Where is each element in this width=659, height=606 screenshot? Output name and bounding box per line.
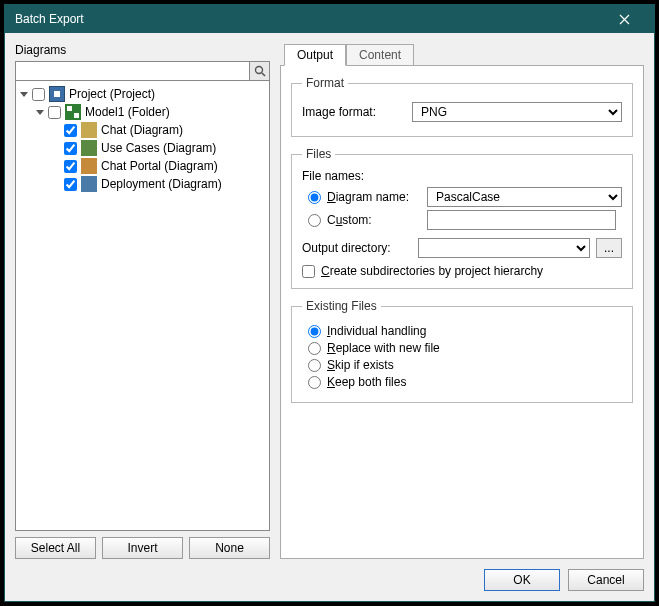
diagram-tree[interactable]: Project (Project) Model1 (Folder) Chat (…	[15, 81, 270, 531]
node-label: Chat (Diagram)	[101, 123, 183, 137]
individual-label: Individual handling	[327, 324, 426, 338]
diagram-name-label: Diagram name:	[327, 190, 427, 204]
create-subdirs-checkbox[interactable]	[302, 265, 315, 278]
diagrams-label: Diagrams	[15, 43, 270, 57]
search-icon	[254, 65, 266, 77]
node-label: Use Cases (Diagram)	[101, 141, 216, 155]
radio-keep[interactable]	[308, 376, 321, 389]
output-tab-body: Format Image format: PNG Files File name…	[280, 65, 644, 559]
settings-panel: Output Content Format Image format: PNG	[280, 43, 644, 559]
close-button[interactable]	[604, 5, 644, 33]
node-label: Deployment (Diagram)	[101, 177, 222, 191]
selection-buttons: Select All Invert None	[15, 537, 270, 559]
image-format-label: Image format:	[302, 105, 412, 119]
tab-strip: Output Content	[280, 43, 644, 65]
dialog-body: Diagrams Project (Project)	[5, 33, 654, 569]
tree-node-diagram[interactable]: Chat Portal (Diagram)	[18, 157, 267, 175]
expand-icon[interactable]	[18, 88, 30, 100]
node-label: Project (Project)	[69, 87, 155, 101]
diagram-name-select[interactable]: PascalCase	[427, 187, 622, 207]
format-group: Format Image format: PNG	[291, 76, 633, 137]
checkbox[interactable]	[32, 88, 45, 101]
file-names-label: File names:	[302, 169, 622, 183]
checkbox[interactable]	[48, 106, 61, 119]
node-label: Model1 (Folder)	[85, 105, 170, 119]
output-dir-select[interactable]	[418, 238, 590, 258]
checkbox[interactable]	[64, 160, 77, 173]
search-button[interactable]	[250, 61, 270, 81]
expand-icon[interactable]	[34, 106, 46, 118]
window-title: Batch Export	[15, 12, 604, 26]
diagram-icon	[81, 158, 97, 174]
tree-node-diagram[interactable]: Deployment (Diagram)	[18, 175, 267, 193]
custom-input[interactable]	[427, 210, 616, 230]
existing-legend: Existing Files	[302, 299, 381, 313]
custom-label: Custom:	[327, 213, 427, 227]
output-dir-label: Output directory:	[302, 241, 412, 255]
image-format-select[interactable]: PNG	[412, 102, 622, 122]
svg-point-0	[255, 67, 262, 74]
checkbox[interactable]	[64, 124, 77, 137]
invert-button[interactable]: Invert	[102, 537, 183, 559]
existing-files-group: Existing Files Individual handling Repla…	[291, 299, 633, 403]
skip-label: Skip if exists	[327, 358, 394, 372]
dialog-footer: OK Cancel	[5, 569, 654, 601]
keep-label: Keep both files	[327, 375, 406, 389]
diagram-icon	[81, 140, 97, 156]
create-subdirs-label: Create subdirectories by project hierarc…	[321, 264, 543, 278]
tree-node-project[interactable]: Project (Project)	[18, 85, 267, 103]
files-legend: Files	[302, 147, 335, 161]
checkbox[interactable]	[64, 142, 77, 155]
folder-icon	[65, 104, 81, 120]
search-input[interactable]	[15, 61, 250, 81]
format-legend: Format	[302, 76, 348, 90]
tab-content[interactable]: Content	[346, 44, 414, 66]
radio-skip[interactable]	[308, 359, 321, 372]
cancel-button[interactable]: Cancel	[568, 569, 644, 591]
dialog-window: Batch Export Diagrams Project (Project)	[4, 4, 655, 602]
replace-label: Replace with new file	[327, 341, 440, 355]
svg-line-1	[262, 73, 265, 76]
radio-diagram-name[interactable]	[308, 191, 321, 204]
title-bar: Batch Export	[5, 5, 654, 33]
tree-node-diagram[interactable]: Use Cases (Diagram)	[18, 139, 267, 157]
none-button[interactable]: None	[189, 537, 270, 559]
tab-output[interactable]: Output	[284, 44, 346, 66]
checkbox[interactable]	[64, 178, 77, 191]
node-label: Chat Portal (Diagram)	[101, 159, 218, 173]
select-all-button[interactable]: Select All	[15, 537, 96, 559]
diagram-icon	[81, 122, 97, 138]
diagrams-panel: Diagrams Project (Project)	[15, 43, 270, 559]
close-icon	[619, 14, 630, 25]
ok-button[interactable]: OK	[484, 569, 560, 591]
files-group: Files File names: Diagram name: PascalCa…	[291, 147, 633, 289]
radio-individual[interactable]	[308, 325, 321, 338]
project-icon	[49, 86, 65, 102]
diagram-icon	[81, 176, 97, 192]
radio-custom[interactable]	[308, 214, 321, 227]
radio-replace[interactable]	[308, 342, 321, 355]
tree-node-folder[interactable]: Model1 (Folder)	[18, 103, 267, 121]
search-row	[15, 61, 270, 81]
browse-button[interactable]: ...	[596, 238, 622, 258]
tree-node-diagram[interactable]: Chat (Diagram)	[18, 121, 267, 139]
